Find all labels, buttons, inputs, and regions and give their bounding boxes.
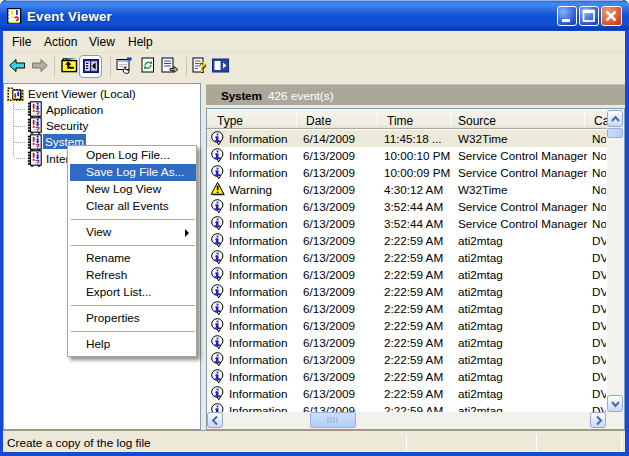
- svg-text:?: ?: [199, 59, 207, 74]
